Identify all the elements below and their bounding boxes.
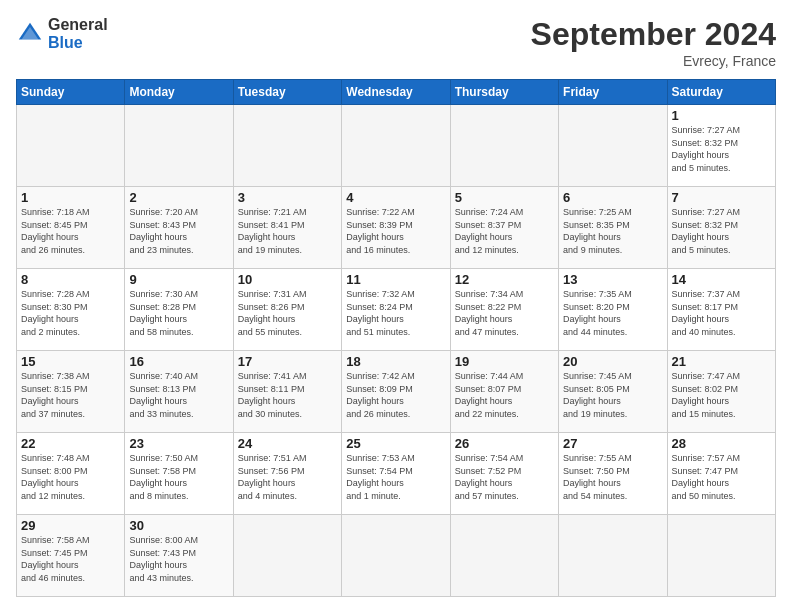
- day-info: Sunrise: 7:54 AM Sunset: 7:52 PM Dayligh…: [455, 452, 554, 502]
- day-number: 16: [129, 354, 228, 369]
- empty-cell: [342, 515, 450, 597]
- day-info: Sunrise: 7:44 AM Sunset: 8:07 PM Dayligh…: [455, 370, 554, 420]
- day-number: 10: [238, 272, 337, 287]
- day-cell-16: 16 Sunrise: 7:40 AM Sunset: 8:13 PM Dayl…: [125, 351, 233, 433]
- logo-icon: [16, 20, 44, 48]
- empty-cell: [559, 105, 667, 187]
- header: General Blue September 2024 Evrecy, Fran…: [16, 16, 776, 69]
- day-info: Sunrise: 7:50 AM Sunset: 7:58 PM Dayligh…: [129, 452, 228, 502]
- empty-cell: [450, 515, 558, 597]
- day-number: 1: [672, 108, 771, 123]
- day-info: Sunrise: 7:30 AM Sunset: 8:28 PM Dayligh…: [129, 288, 228, 338]
- day-number: 23: [129, 436, 228, 451]
- day-number: 20: [563, 354, 662, 369]
- day-number: 3: [238, 190, 337, 205]
- week-row-2: 1 Sunrise: 7:18 AM Sunset: 8:45 PM Dayli…: [17, 187, 776, 269]
- day-cell-28: 28 Sunrise: 7:57 AM Sunset: 7:47 PM Dayl…: [667, 433, 775, 515]
- day-cell-7: 7 Sunrise: 7:27 AM Sunset: 8:32 PM Dayli…: [667, 187, 775, 269]
- day-info: Sunrise: 7:27 AM Sunset: 8:32 PM Dayligh…: [672, 124, 771, 174]
- day-info: Sunrise: 7:25 AM Sunset: 8:35 PM Dayligh…: [563, 206, 662, 256]
- day-info: Sunrise: 7:42 AM Sunset: 8:09 PM Dayligh…: [346, 370, 445, 420]
- day-number: 6: [563, 190, 662, 205]
- day-number: 2: [129, 190, 228, 205]
- day-info: Sunrise: 7:41 AM Sunset: 8:11 PM Dayligh…: [238, 370, 337, 420]
- day-info: Sunrise: 7:21 AM Sunset: 8:41 PM Dayligh…: [238, 206, 337, 256]
- day-number: 7: [672, 190, 771, 205]
- day-number: 11: [346, 272, 445, 287]
- day-cell-10: 10 Sunrise: 7:31 AM Sunset: 8:26 PM Dayl…: [233, 269, 341, 351]
- day-cell-6: 6 Sunrise: 7:25 AM Sunset: 8:35 PM Dayli…: [559, 187, 667, 269]
- day-number: 15: [21, 354, 120, 369]
- day-number: 28: [672, 436, 771, 451]
- month-title: September 2024: [531, 16, 776, 53]
- empty-cell: [450, 105, 558, 187]
- day-info: Sunrise: 7:58 AM Sunset: 7:45 PM Dayligh…: [21, 534, 120, 584]
- col-header-saturday: Saturday: [667, 80, 775, 105]
- logo-general-text: General: [48, 16, 108, 34]
- day-info: Sunrise: 7:37 AM Sunset: 8:17 PM Dayligh…: [672, 288, 771, 338]
- logo: General Blue: [16, 16, 108, 51]
- day-info: Sunrise: 7:48 AM Sunset: 8:00 PM Dayligh…: [21, 452, 120, 502]
- day-cell-20: 20 Sunrise: 7:45 AM Sunset: 8:05 PM Dayl…: [559, 351, 667, 433]
- col-header-tuesday: Tuesday: [233, 80, 341, 105]
- day-info: Sunrise: 7:24 AM Sunset: 8:37 PM Dayligh…: [455, 206, 554, 256]
- title-area: September 2024 Evrecy, France: [531, 16, 776, 69]
- day-cell-17: 17 Sunrise: 7:41 AM Sunset: 8:11 PM Dayl…: [233, 351, 341, 433]
- day-number: 14: [672, 272, 771, 287]
- day-info: Sunrise: 7:20 AM Sunset: 8:43 PM Dayligh…: [129, 206, 228, 256]
- day-cell-1: 1 Sunrise: 7:27 AM Sunset: 8:32 PM Dayli…: [667, 105, 775, 187]
- day-info: Sunrise: 7:47 AM Sunset: 8:02 PM Dayligh…: [672, 370, 771, 420]
- day-info: Sunrise: 7:57 AM Sunset: 7:47 PM Dayligh…: [672, 452, 771, 502]
- day-number: 26: [455, 436, 554, 451]
- day-info: Sunrise: 7:22 AM Sunset: 8:39 PM Dayligh…: [346, 206, 445, 256]
- day-info: Sunrise: 7:31 AM Sunset: 8:26 PM Dayligh…: [238, 288, 337, 338]
- week-row-6: 29 Sunrise: 7:58 AM Sunset: 7:45 PM Dayl…: [17, 515, 776, 597]
- empty-cell: [342, 105, 450, 187]
- day-cell-25: 25 Sunrise: 7:53 AM Sunset: 7:54 PM Dayl…: [342, 433, 450, 515]
- day-cell-13: 13 Sunrise: 7:35 AM Sunset: 8:20 PM Dayl…: [559, 269, 667, 351]
- day-number: 8: [21, 272, 120, 287]
- day-info: Sunrise: 7:34 AM Sunset: 8:22 PM Dayligh…: [455, 288, 554, 338]
- day-info: Sunrise: 7:55 AM Sunset: 7:50 PM Dayligh…: [563, 452, 662, 502]
- empty-cell: [667, 515, 775, 597]
- week-row-3: 8 Sunrise: 7:28 AM Sunset: 8:30 PM Dayli…: [17, 269, 776, 351]
- day-number: 18: [346, 354, 445, 369]
- col-header-thursday: Thursday: [450, 80, 558, 105]
- empty-cell: [125, 105, 233, 187]
- col-header-monday: Monday: [125, 80, 233, 105]
- day-info: Sunrise: 7:53 AM Sunset: 7:54 PM Dayligh…: [346, 452, 445, 502]
- day-number: 1: [21, 190, 120, 205]
- day-cell-26: 26 Sunrise: 7:54 AM Sunset: 7:52 PM Dayl…: [450, 433, 558, 515]
- day-cell-14: 14 Sunrise: 7:37 AM Sunset: 8:17 PM Dayl…: [667, 269, 775, 351]
- day-cell-1: 1 Sunrise: 7:18 AM Sunset: 8:45 PM Dayli…: [17, 187, 125, 269]
- day-cell-22: 22 Sunrise: 7:48 AM Sunset: 8:00 PM Dayl…: [17, 433, 125, 515]
- day-number: 4: [346, 190, 445, 205]
- day-cell-12: 12 Sunrise: 7:34 AM Sunset: 8:22 PM Dayl…: [450, 269, 558, 351]
- logo-text: General Blue: [48, 16, 108, 51]
- col-header-wednesday: Wednesday: [342, 80, 450, 105]
- day-info: Sunrise: 7:27 AM Sunset: 8:32 PM Dayligh…: [672, 206, 771, 256]
- day-number: 12: [455, 272, 554, 287]
- col-header-friday: Friday: [559, 80, 667, 105]
- day-number: 29: [21, 518, 120, 533]
- logo-blue-text: Blue: [48, 34, 108, 52]
- day-info: Sunrise: 7:40 AM Sunset: 8:13 PM Dayligh…: [129, 370, 228, 420]
- day-cell-18: 18 Sunrise: 7:42 AM Sunset: 8:09 PM Dayl…: [342, 351, 450, 433]
- day-info: Sunrise: 7:18 AM Sunset: 8:45 PM Dayligh…: [21, 206, 120, 256]
- empty-cell: [559, 515, 667, 597]
- week-row-1: 1 Sunrise: 7:27 AM Sunset: 8:32 PM Dayli…: [17, 105, 776, 187]
- day-number: 13: [563, 272, 662, 287]
- day-cell-30: 30 Sunrise: 8:00 AM Sunset: 7:43 PM Dayl…: [125, 515, 233, 597]
- empty-cell: [233, 105, 341, 187]
- day-info: Sunrise: 7:28 AM Sunset: 8:30 PM Dayligh…: [21, 288, 120, 338]
- day-info: Sunrise: 7:32 AM Sunset: 8:24 PM Dayligh…: [346, 288, 445, 338]
- day-info: Sunrise: 7:51 AM Sunset: 7:56 PM Dayligh…: [238, 452, 337, 502]
- calendar-table: SundayMondayTuesdayWednesdayThursdayFrid…: [16, 79, 776, 597]
- day-cell-29: 29 Sunrise: 7:58 AM Sunset: 7:45 PM Dayl…: [17, 515, 125, 597]
- day-cell-8: 8 Sunrise: 7:28 AM Sunset: 8:30 PM Dayli…: [17, 269, 125, 351]
- empty-cell: [233, 515, 341, 597]
- day-number: 17: [238, 354, 337, 369]
- day-number: 9: [129, 272, 228, 287]
- week-row-5: 22 Sunrise: 7:48 AM Sunset: 8:00 PM Dayl…: [17, 433, 776, 515]
- day-number: 30: [129, 518, 228, 533]
